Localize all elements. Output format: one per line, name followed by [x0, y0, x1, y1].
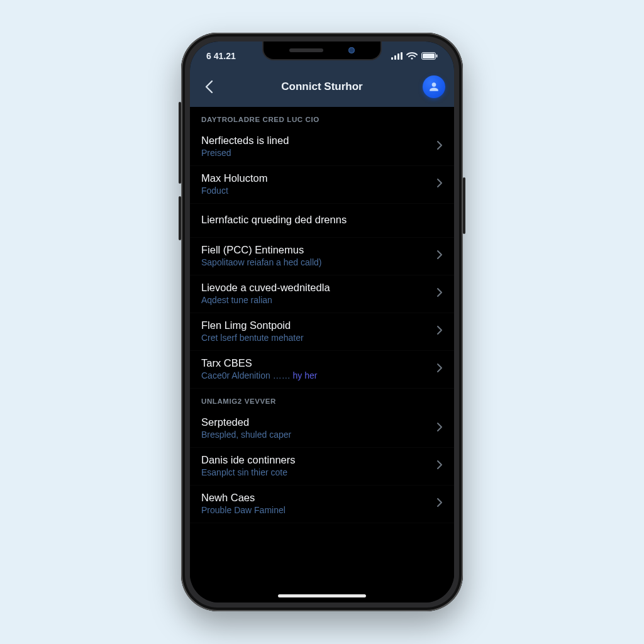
- profile-avatar-button[interactable]: [423, 75, 445, 98]
- svg-point-4: [411, 57, 413, 59]
- cellular-signal-icon: [391, 52, 402, 60]
- chevron-right-icon: [436, 422, 443, 435]
- notch: [262, 42, 382, 60]
- chevron-right-icon: [436, 363, 443, 375]
- list-item-title: Danis ide continners: [201, 454, 431, 466]
- chevron-right-icon: [436, 287, 443, 300]
- status-time: 6 41.21: [206, 51, 236, 61]
- list-item[interactable]: Danis ide continners Esanplct sin thier …: [190, 448, 454, 486]
- list-item[interactable]: Fiell (PCC) Entinemus Sapolitaow reiafan…: [190, 238, 454, 275]
- list-item-title: Liernfactic qrueding ded drenns: [201, 210, 443, 230]
- list-item[interactable]: Nerfiecteds is lined Preised: [190, 128, 454, 166]
- wifi-icon: [406, 52, 418, 60]
- chevron-right-icon: [436, 497, 443, 510]
- list-item-title: Nerfiecteds is lined: [201, 135, 431, 147]
- list-item[interactable]: Flen Limg Sontpoid Cret lserf bentute me…: [190, 313, 454, 351]
- speaker-grill: [289, 48, 323, 52]
- svg-rect-6: [423, 53, 435, 58]
- list-item-subtitle: Foduct: [201, 186, 431, 196]
- chevron-right-icon: [436, 178, 443, 191]
- list-item-subtitle: Esanplct sin thier cote: [201, 467, 431, 477]
- battery-icon: [421, 52, 438, 60]
- list-item-title: Serpteded: [201, 416, 431, 428]
- list-item-subtitle: Sapolitaow reiafan a hed calld): [201, 257, 431, 267]
- list-item-subtitle: Cret lserf bentute mehater: [201, 333, 431, 343]
- list-item[interactable]: Lievode a cuved-wednitedla Aqdest tune r…: [190, 275, 454, 313]
- list-item[interactable]: Newh Caes Prouble Daw Faminel: [190, 486, 454, 523]
- status-indicators: [391, 52, 438, 60]
- svg-rect-3: [401, 52, 402, 60]
- list-item[interactable]: Tarx CBES Cace0r Aldenition …… hy her: [190, 351, 454, 389]
- list-item-subtitle: Cace0r Aldenition …… hy her: [201, 370, 431, 380]
- nav-bar: Connict Sturhor: [190, 70, 454, 107]
- svg-rect-2: [397, 53, 399, 60]
- list-item-title: Tarx CBES: [201, 357, 431, 369]
- phone-frame: 6 41.21 Connict Sturhor: [181, 33, 463, 611]
- list-item-subtitle: Prouble Daw Faminel: [201, 505, 431, 515]
- section-header: UNLAMIG2 VEVVER: [190, 389, 454, 410]
- home-indicator[interactable]: [278, 594, 366, 597]
- list-item-title: Flen Limg Sontpoid: [201, 319, 431, 331]
- list-item[interactable]: Max Holuctom Foduct: [190, 166, 454, 204]
- list-item-subtitle: Preised: [201, 148, 431, 158]
- list-item-subtitle: Aqdest tune ralian: [201, 295, 431, 305]
- chevron-right-icon: [436, 325, 443, 338]
- svg-rect-0: [391, 57, 393, 60]
- list-item-title: Fiell (PCC) Entinemus: [201, 244, 431, 256]
- phone-screen: 6 41.21 Connict Sturhor: [190, 42, 454, 602]
- chevron-left-icon: [204, 80, 213, 94]
- list-item-title: Newh Caes: [201, 492, 431, 504]
- page-title: Connict Sturhor: [190, 80, 454, 93]
- list-item-title: Max Holuctom: [201, 172, 431, 184]
- list-item-subtitle: Brespled, shuled caper: [201, 430, 431, 440]
- chevron-right-icon: [436, 460, 443, 472]
- back-button[interactable]: [199, 77, 219, 97]
- svg-rect-7: [436, 55, 438, 58]
- list-item[interactable]: Serpteded Brespled, shuled caper: [190, 410, 454, 448]
- settings-list: DAYTROLADRE CRED LUC CIO Nerfiecteds is …: [190, 107, 454, 602]
- front-camera: [348, 47, 355, 53]
- person-icon: [428, 81, 440, 92]
- svg-rect-1: [394, 55, 396, 60]
- list-item-title: Lievode a cuved-wednitedla: [201, 282, 431, 294]
- chevron-right-icon: [436, 250, 443, 262]
- chevron-right-icon: [436, 140, 443, 153]
- section-header: DAYTROLADRE CRED LUC CIO: [190, 107, 454, 128]
- list-item[interactable]: Liernfactic qrueding ded drenns: [190, 204, 454, 238]
